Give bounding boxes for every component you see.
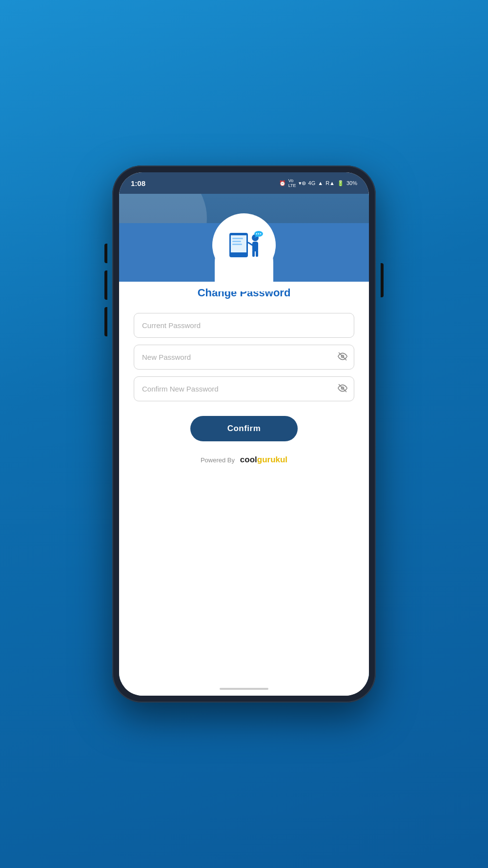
home-indicator bbox=[119, 682, 369, 696]
status-time: 1:08 bbox=[131, 179, 145, 187]
new-password-eye-icon[interactable] bbox=[338, 351, 347, 363]
svg-point-13 bbox=[258, 233, 259, 234]
powered-by-label: Powered By bbox=[201, 456, 235, 464]
power-button bbox=[381, 263, 384, 297]
card-inner: Change Password bbox=[119, 287, 369, 479]
password-illustration bbox=[222, 223, 266, 267]
battery-icon: 🔋 bbox=[337, 180, 344, 186]
current-password-input[interactable] bbox=[134, 313, 354, 338]
battery-percent: 30% bbox=[346, 180, 357, 186]
volte-icon: VoLTE bbox=[288, 178, 296, 188]
main-card: Change Password bbox=[119, 262, 369, 682]
new-password-wrapper bbox=[134, 345, 354, 370]
signal-icon: ▲ bbox=[318, 180, 323, 186]
wifi-icon: ▾⊛ bbox=[299, 180, 306, 186]
svg-rect-4 bbox=[232, 244, 242, 245]
svg-rect-3 bbox=[232, 241, 241, 242]
brand-cool: cool bbox=[240, 455, 257, 464]
illustration-circle bbox=[212, 213, 276, 277]
confirm-password-eye-icon[interactable] bbox=[338, 383, 347, 395]
home-bar bbox=[220, 688, 268, 690]
new-password-input[interactable] bbox=[134, 345, 354, 370]
volume-up-button bbox=[104, 270, 107, 300]
confirm-password-input[interactable] bbox=[134, 376, 354, 401]
svg-rect-6 bbox=[252, 242, 258, 251]
svg-point-12 bbox=[256, 233, 257, 234]
svg-rect-2 bbox=[232, 238, 243, 239]
alarm-icon: ⏰ bbox=[279, 180, 286, 186]
silent-button bbox=[104, 244, 107, 263]
roaming-icon: R▲ bbox=[325, 180, 335, 186]
app-background: Change Password bbox=[119, 194, 369, 682]
status-bar: 1:08 ⏰ VoLTE ▾⊛ 4G ▲ R▲ 🔋 30% bbox=[119, 172, 369, 194]
status-icons: ⏰ VoLTE ▾⊛ 4G ▲ R▲ 🔋 30% bbox=[279, 178, 357, 188]
phone-screen: 1:08 ⏰ VoLTE ▾⊛ 4G ▲ R▲ 🔋 30% bbox=[119, 172, 369, 696]
brand-gurukul: gurukul bbox=[257, 455, 287, 464]
current-password-wrapper bbox=[134, 313, 354, 338]
svg-rect-8 bbox=[256, 250, 258, 257]
svg-point-14 bbox=[260, 233, 261, 234]
volume-down-button bbox=[104, 307, 107, 336]
confirm-password-wrapper bbox=[134, 376, 354, 401]
svg-rect-7 bbox=[252, 250, 255, 257]
powered-by: Powered By coolgurukul bbox=[201, 455, 287, 465]
signal-4g-icon: 4G bbox=[308, 180, 316, 186]
phone-device: 1:08 ⏰ VoLTE ▾⊛ 4G ▲ R▲ 🔋 30% bbox=[112, 165, 376, 703]
confirm-button[interactable]: Confirm bbox=[190, 416, 298, 441]
svg-line-9 bbox=[248, 243, 252, 245]
